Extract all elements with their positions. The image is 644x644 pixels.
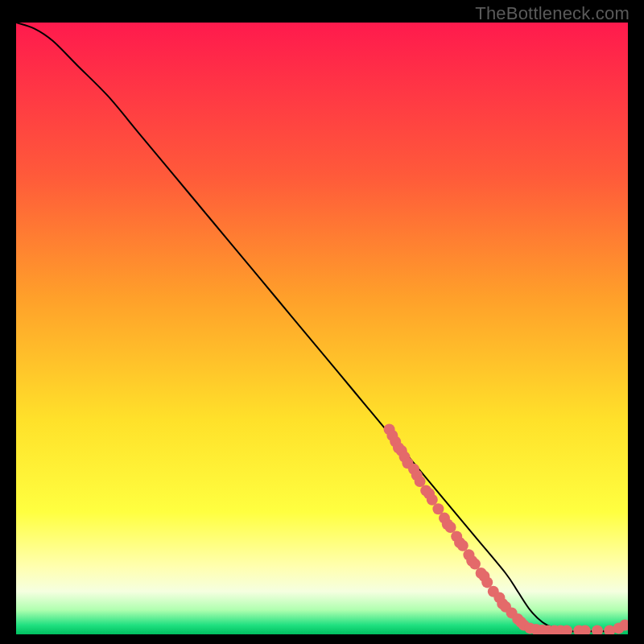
chart-svg <box>16 23 628 634</box>
watermark-text: TheBottleneck.com <box>475 3 630 24</box>
scatter-dot <box>432 503 444 514</box>
scatter-dot <box>427 494 438 506</box>
chart-plot <box>16 23 628 634</box>
scatter-dot <box>481 576 493 588</box>
scatter-dot <box>445 522 456 533</box>
scatter-dot <box>469 559 481 570</box>
scatter-dot <box>415 476 426 487</box>
chart-frame: TheBottleneck.com <box>0 0 644 644</box>
scatter-dot <box>457 540 469 551</box>
gradient-background <box>16 23 628 634</box>
